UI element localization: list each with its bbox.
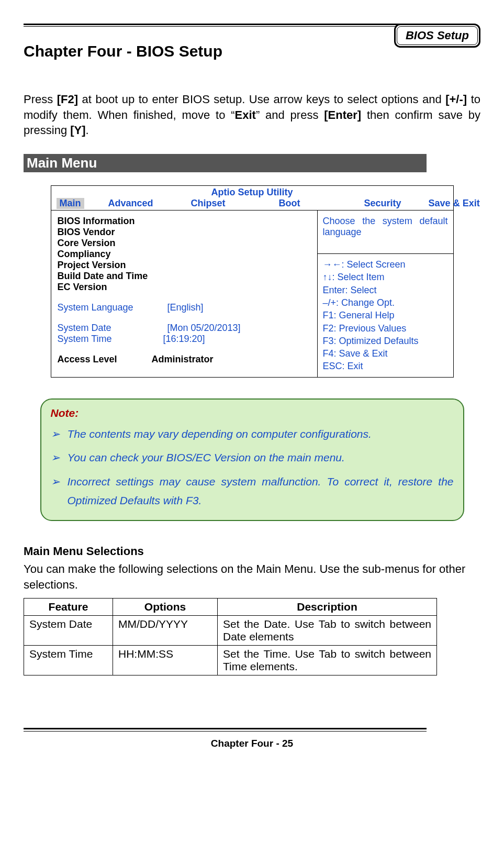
bios-info-item: Build Date and Time (58, 271, 311, 282)
bios-info-item: Compliancy (58, 249, 311, 260)
bios-tab-security[interactable]: Security (361, 198, 405, 209)
bios-info-item: EC Version (58, 282, 311, 293)
system-language-value: [English] (167, 302, 204, 313)
help-key: F3: Optimized Defaults (323, 335, 448, 347)
header-badge: BIOS Setup (394, 24, 480, 48)
cell-feature: System Time (24, 645, 113, 675)
bios-info-item: Project Version (58, 260, 311, 271)
system-time-label: System Time (58, 334, 167, 345)
bios-tab-save-exit[interactable]: Save & Exit (425, 198, 483, 209)
selections-table: Feature Options Description System Date … (24, 598, 437, 675)
header-rule (24, 24, 421, 27)
col-options: Options (113, 598, 218, 615)
help-key: F4: Save & Exit (323, 347, 448, 360)
bullet-icon: ➢ (51, 425, 60, 444)
note-item: ➢ You can check your BIOS/EC Version on … (51, 448, 454, 467)
note-title: Note: (51, 407, 454, 419)
access-level-value: Administrator (152, 354, 214, 365)
cell-description: Set the Time. Use Tab to switch between … (218, 645, 437, 675)
note-text: You can check your BIOS/EC Version on th… (68, 448, 345, 467)
system-language-label: System Language (58, 302, 167, 313)
key-f2: [F2] (57, 93, 78, 106)
bios-tab-advanced[interactable]: Advanced (105, 198, 156, 209)
bios-help-description: Choose the system default language (318, 211, 453, 254)
help-key: ESC: Exit (323, 360, 448, 372)
intro-text: at boot up to enter BIOS setup. Use arro… (78, 93, 445, 106)
note-text: The contents may vary depending on compu… (68, 425, 372, 444)
bios-setup-panel: Aptio Setup Utility Main Advanced Chipse… (51, 185, 454, 378)
bios-info-item: Core Version (58, 238, 311, 249)
intro-text: Press (24, 93, 57, 106)
table-row: System Time HH:MM:SS Set the Time. Use T… (24, 645, 437, 675)
table-row: System Date MM/DD/YYYY Set the Date. Use… (24, 615, 437, 645)
help-key: –/+: Change Opt. (323, 296, 448, 309)
help-key: →←: Select Screen (323, 258, 448, 271)
cell-description: Set the Date. Use Tab to switch between … (218, 615, 437, 645)
intro-paragraph: Press [F2] at boot up to enter BIOS setu… (24, 92, 480, 138)
exit-word: Exit (235, 108, 256, 121)
intro-text: ” and press (256, 108, 324, 121)
help-key: Enter: Select (323, 284, 448, 296)
note-item: ➢ The contents may vary depending on com… (51, 425, 454, 444)
access-level-row: Access Level Administrator (58, 354, 311, 365)
main-menu-selections-heading: Main Menu Selections (24, 545, 480, 558)
bios-tab-boot[interactable]: Boot (276, 198, 304, 209)
note-box: Note: ➢ The contents may vary depending … (40, 398, 464, 522)
page-header: BIOS Setup (24, 24, 480, 27)
system-date-row[interactable]: System Date [Mon 05/20/2013] (58, 323, 311, 334)
bios-utility-title: Aptio Setup Utility (51, 186, 453, 198)
system-date-value: [Mon 05/20/2013] (167, 323, 241, 334)
col-feature: Feature (24, 598, 113, 615)
cell-options: HH:MM:SS (113, 645, 218, 675)
help-key: F2: Previous Values (323, 322, 448, 335)
note-text: Incorrect settings may cause system malf… (68, 472, 454, 509)
cell-options: MM/DD/YYYY (113, 615, 218, 645)
bios-right-pane: Choose the system default language →←: S… (317, 211, 453, 377)
header-badge-text: BIOS Setup (397, 26, 478, 45)
access-level-label: Access Level (58, 354, 152, 365)
key-y: [Y] (70, 124, 85, 137)
bios-help-keys: →←: Select Screen ↑↓: Select Item Enter:… (318, 254, 453, 377)
bios-tab-main[interactable]: Main (57, 198, 84, 209)
bios-tab-chipset[interactable]: Chipset (188, 198, 229, 209)
system-time-row[interactable]: System Time [16:19:20] (58, 334, 311, 345)
intro-text: . (86, 124, 89, 137)
cell-feature: System Date (24, 615, 113, 645)
col-description: Description (218, 598, 437, 615)
system-date-label: System Date (58, 323, 167, 334)
note-item: ➢ Incorrect settings may cause system ma… (51, 472, 454, 509)
bios-left-pane: BIOS Information BIOS Vendor Core Versio… (51, 211, 317, 377)
bios-tab-bar: Main Advanced Chipset Boot Security Save… (51, 198, 453, 211)
key-enter: [Enter] (324, 108, 361, 121)
table-header-row: Feature Options Description (24, 598, 437, 615)
section-heading-main-menu: Main Menu (24, 154, 427, 172)
bios-info-list: BIOS Information BIOS Vendor Core Versio… (58, 216, 311, 293)
bullet-icon: ➢ (51, 448, 60, 467)
key-plus-minus: [+/-] (445, 93, 467, 106)
bullet-icon: ➢ (51, 472, 60, 509)
system-language-row[interactable]: System Language [English] (58, 302, 311, 313)
page-footer: Chapter Four - 25 (24, 738, 480, 749)
bios-info-item: BIOS Vendor (58, 227, 311, 238)
footer-rule (24, 728, 427, 732)
help-key: F1: General Help (323, 309, 448, 322)
system-time-value: [16:19:20] (163, 334, 205, 345)
main-menu-selections-desc: You can make the following selections on… (24, 561, 480, 592)
help-key: ↑↓: Select Item (323, 271, 448, 283)
bios-info-item: BIOS Information (58, 216, 311, 227)
